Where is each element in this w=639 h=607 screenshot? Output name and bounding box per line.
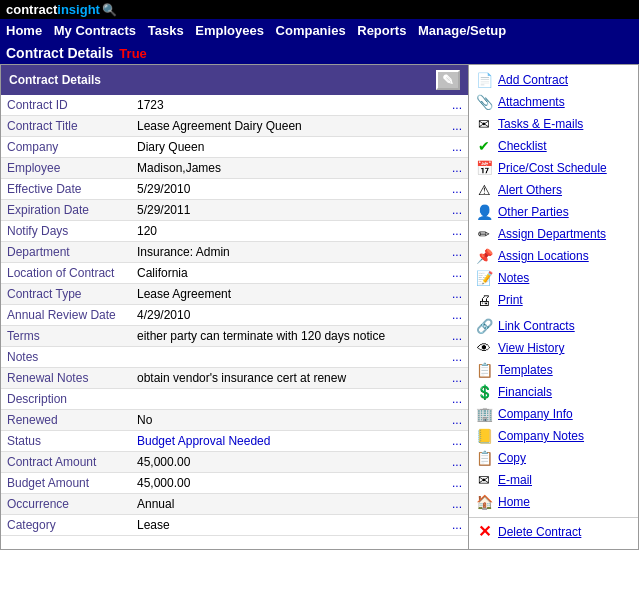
sidebar-item-label: Print <box>498 293 523 307</box>
sidebar-item-label: Link Contracts <box>498 319 575 333</box>
sidebar-item-label: Notes <box>498 271 529 285</box>
table-row: RenewedNo... <box>1 410 468 431</box>
field-link[interactable]: ... <box>438 473 468 494</box>
nav-employees[interactable]: Employees <box>195 23 264 38</box>
sidebar-item[interactable]: 📄Add Contract <box>469 69 638 91</box>
field-link[interactable]: ... <box>438 116 468 137</box>
field-value: Lease Agreement Dairy Queen <box>131 116 438 137</box>
table-row: OccurrenceAnnual... <box>1 494 468 515</box>
field-link[interactable]: ... <box>438 221 468 242</box>
field-label: Employee <box>1 158 131 179</box>
sidebar-item[interactable]: ✏Assign Departments <box>469 223 638 245</box>
section-header: Contract Details ✎ <box>1 65 468 95</box>
sidebar-item[interactable]: 👤Other Parties <box>469 201 638 223</box>
sidebar-item-label: Attachments <box>498 95 565 109</box>
field-link[interactable]: ... <box>438 158 468 179</box>
nav-companies[interactable]: Companies <box>276 23 346 38</box>
company-info-icon: 🏢 <box>475 405 493 423</box>
field-label: Status <box>1 431 131 452</box>
field-link[interactable]: ... <box>438 137 468 158</box>
field-link[interactable]: ... <box>438 494 468 515</box>
sidebar-item-label: Financials <box>498 385 552 399</box>
sidebar-item[interactable]: 📋Templates <box>469 359 638 381</box>
field-link[interactable]: ... <box>438 431 468 452</box>
table-row: Notes... <box>1 347 468 368</box>
field-link[interactable]: ... <box>438 389 468 410</box>
checklist-icon: ✔ <box>475 137 493 155</box>
field-link[interactable]: ... <box>438 347 468 368</box>
sidebar-item[interactable]: 🔗Link Contracts <box>469 315 638 337</box>
field-link[interactable]: ... <box>438 284 468 305</box>
sidebar-item-label: Company Info <box>498 407 573 421</box>
field-link[interactable]: ... <box>438 179 468 200</box>
field-label: Category <box>1 515 131 536</box>
field-label: Description <box>1 389 131 410</box>
sidebar-item-label: Checklist <box>498 139 547 153</box>
field-link[interactable]: ... <box>438 368 468 389</box>
field-value: Annual <box>131 494 438 515</box>
field-value: 5/29/2011 <box>131 200 438 221</box>
field-value: California <box>131 263 438 284</box>
table-row: CategoryLease... <box>1 515 468 536</box>
company-notes-icon: 📒 <box>475 427 493 445</box>
sidebar-item[interactable]: 📌Assign Locations <box>469 245 638 267</box>
nav-manage-setup[interactable]: Manage/Setup <box>418 23 506 38</box>
sidebar-item[interactable]: ✔Checklist <box>469 135 638 157</box>
edit-icon[interactable]: ✎ <box>436 70 460 90</box>
sidebar-item[interactable]: 📋Copy <box>469 447 638 469</box>
field-label: Renewal Notes <box>1 368 131 389</box>
field-link[interactable]: ... <box>438 242 468 263</box>
table-row: EmployeeMadison,James... <box>1 158 468 179</box>
field-value: Lease Agreement <box>131 284 438 305</box>
field-link[interactable]: ... <box>438 452 468 473</box>
sidebar-item[interactable]: 📅Price/Cost Schedule <box>469 157 638 179</box>
sidebar-item[interactable]: 📎Attachments <box>469 91 638 113</box>
sidebar-item[interactable]: ⚠Alert Others <box>469 179 638 201</box>
add-icon: 📄 <box>475 71 493 89</box>
nav-tasks[interactable]: Tasks <box>148 23 184 38</box>
parties-icon: 👤 <box>475 203 493 221</box>
email-icon: ✉ <box>475 471 493 489</box>
field-link[interactable]: ... <box>438 410 468 431</box>
table-row: Effective Date5/29/2010... <box>1 179 468 200</box>
field-value: 120 <box>131 221 438 242</box>
field-label: Company <box>1 137 131 158</box>
table-row: Location of ContractCalifornia... <box>1 263 468 284</box>
sidebar-item[interactable]: 📝Notes <box>469 267 638 289</box>
field-link[interactable]: ... <box>438 326 468 347</box>
table-row: Description... <box>1 389 468 410</box>
table-row: Contract TypeLease Agreement... <box>1 284 468 305</box>
sidebar-item[interactable]: ✉Tasks & E-mails <box>469 113 638 135</box>
search-icon[interactable]: 🔍 <box>102 3 117 17</box>
field-label: Effective Date <box>1 179 131 200</box>
field-link[interactable]: ... <box>438 95 468 116</box>
nav-reports[interactable]: Reports <box>357 23 406 38</box>
sidebar-item[interactable]: 🖨Print <box>469 289 638 311</box>
sidebar-item-label: Alert Others <box>498 183 562 197</box>
templates-icon: 📋 <box>475 361 493 379</box>
field-link[interactable]: ... <box>438 515 468 536</box>
nav-my-contracts[interactable]: My Contracts <box>54 23 136 38</box>
field-value: Diary Queen <box>131 137 438 158</box>
sidebar-item[interactable]: 🏠Home <box>469 491 638 513</box>
tasks-icon: ✉ <box>475 115 493 133</box>
field-value: obtain vendor's insurance cert at renew <box>131 368 438 389</box>
field-link[interactable]: ... <box>438 263 468 284</box>
field-label: Contract Amount <box>1 452 131 473</box>
sidebar-item[interactable]: 🏢Company Info <box>469 403 638 425</box>
content-area: Contract Details ✎ Contract ID1723...Con… <box>0 64 469 550</box>
table-row: Renewal Notesobtain vendor's insurance c… <box>1 368 468 389</box>
sidebar-item-label: Assign Departments <box>498 227 606 241</box>
field-link[interactable]: ... <box>438 305 468 326</box>
sidebar-item[interactable]: ✉E-mail <box>469 469 638 491</box>
sidebar-item-label: Price/Cost Schedule <box>498 161 607 175</box>
nav-home[interactable]: Home <box>6 23 42 38</box>
field-value <box>131 389 438 410</box>
sidebar-item[interactable]: 📒Company Notes <box>469 425 638 447</box>
sidebar-item[interactable]: 👁View History <box>469 337 638 359</box>
sidebar-item[interactable]: 💲Financials <box>469 381 638 403</box>
delete-contract-button[interactable]: ✕ Delete Contract <box>469 517 638 545</box>
field-link[interactable]: ... <box>438 200 468 221</box>
field-label: Terms <box>1 326 131 347</box>
field-label: Expiration Date <box>1 200 131 221</box>
